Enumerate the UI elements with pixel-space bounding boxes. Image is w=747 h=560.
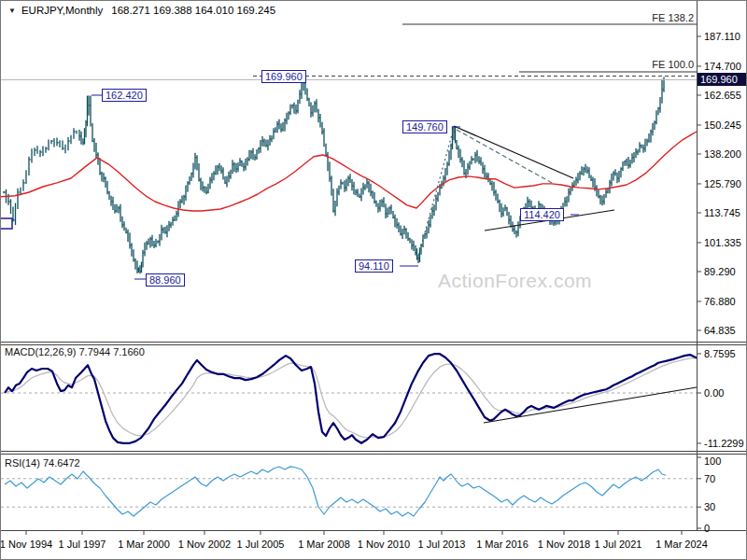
fib-extension-100-label: FE 100.0 bbox=[652, 59, 694, 70]
macd-indicator-label: MACD(12,26,9) 7.7944 7.1660 bbox=[5, 346, 145, 357]
price-tag-94[interactable]: 94.110 bbox=[355, 259, 393, 273]
price-tag-162[interactable]: 162.420 bbox=[102, 89, 147, 102]
rsi-tick-label: 30 bbox=[704, 501, 715, 512]
rsi-tick-label: 0 bbox=[704, 523, 710, 534]
price-tag-169[interactable]: 169.960 bbox=[261, 70, 306, 83]
price-tag-88[interactable]: 88.960 bbox=[146, 273, 185, 287]
y-axis-tick-label: 138.200 bbox=[704, 148, 741, 160]
rsi-indicator-label: RSI(14) 74.6472 bbox=[5, 457, 80, 469]
rsi-tick-label: 70 bbox=[704, 473, 715, 484]
price-chart-area[interactable] bbox=[1, 1, 697, 342]
y-axis-tick-label: 187.110 bbox=[704, 31, 740, 42]
symbol-label: EURJPY,Monthly bbox=[21, 5, 103, 16]
watermark: ActionForex.com bbox=[438, 270, 592, 292]
ohlc-values: 168.271 169.388 164.010 169.245 bbox=[111, 5, 275, 16]
macd-tick-label: 0.00 bbox=[704, 387, 724, 399]
chart-window: ▼EURJPY,Monthly168.271 169.388 164.010 1… bbox=[0, 0, 747, 560]
x-axis-tick-label: 1 Mar 2024 bbox=[644, 539, 719, 550]
y-axis-tick-label: 113.745 bbox=[704, 207, 740, 218]
rsi-chart-area[interactable] bbox=[1, 455, 697, 530]
y-axis-tick-label: 174.700 bbox=[704, 61, 741, 72]
y-axis-tick-label: 76.880 bbox=[704, 296, 736, 307]
chart-title: ▼EURJPY,Monthly168.271 169.388 164.010 1… bbox=[8, 5, 275, 16]
y-axis-tick-label: 101.335 bbox=[704, 237, 741, 248]
price-tag-149[interactable]: 149.760 bbox=[402, 120, 447, 133]
rsi-tick-label: 100 bbox=[704, 455, 721, 467]
price-tag-114[interactable]: 114.420 bbox=[520, 208, 564, 221]
macd-tick-label: 8.7595 bbox=[704, 348, 736, 359]
y-axis-tick-label: 89.290 bbox=[704, 266, 736, 277]
macd-tick-label: -11.2299 bbox=[704, 438, 744, 449]
symbol-dropdown-icon[interactable]: ▼ bbox=[8, 7, 16, 15]
y-axis-tick-label: 150.245 bbox=[704, 119, 741, 131]
fib-extension-138-label: FE 138.2 bbox=[652, 12, 694, 23]
y-axis-tick-label: 162.655 bbox=[704, 90, 741, 101]
y-axis-tick-label: 125.790 bbox=[704, 178, 741, 189]
y-axis-tick-label: 64.835 bbox=[704, 325, 736, 336]
chart-svg bbox=[1, 1, 747, 560]
last-price-axis-label: 169.960 bbox=[698, 73, 747, 86]
